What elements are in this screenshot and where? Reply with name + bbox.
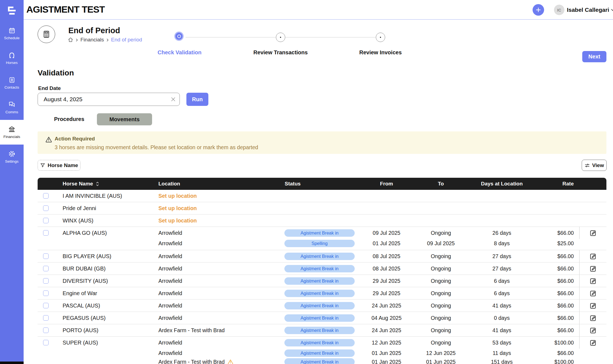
header-horse-name[interactable]: Horse Name [55,181,157,187]
location-cell: Arrowfield [157,266,284,272]
to-cell: Ongoing [418,253,464,259]
sidebar-item-contacts[interactable]: Contacts [0,70,24,95]
row-checkbox[interactable] [43,205,49,211]
bank-icon [8,126,15,133]
home-icon[interactable] [68,37,73,43]
sidebar-item-label: Financials [4,135,20,139]
tab-movements[interactable]: Movements [97,113,152,125]
status-cell: Agistment Break in [284,229,355,237]
edit-movement-button[interactable] [589,302,597,309]
location-text: Arrowfield [158,253,182,259]
table-row-line: SUPER (AUS)ArrowfieldAgistment Break in1… [38,337,606,349]
edit-movement-button[interactable] [589,327,597,334]
sort-icon[interactable] [96,182,99,186]
rate-cell: $66.00 [540,303,579,309]
sidebar-item-settings[interactable]: Settings [0,145,24,169]
chevron-right-icon [76,38,78,42]
edit-movement-button[interactable] [589,314,597,322]
horse-name-cell: BUR DUBAI (GB) [55,266,157,272]
horse-name-cell: Pride of Jenni [55,205,157,211]
row-checkbox[interactable] [43,278,49,284]
tab-procedures[interactable]: Procedures [54,116,84,122]
location-text: Arrowfield [158,278,182,284]
app-logo[interactable] [0,0,24,21]
to-cell: Ongoing [418,278,464,284]
table-row-line: I AM INVINCIBLE (AUS)Set up location [38,190,606,202]
set-up-location-link[interactable]: Set up location [158,205,197,211]
end-date-input[interactable]: August 4, 2025 [38,93,180,106]
row-checkbox[interactable] [43,218,49,223]
row-checkbox[interactable] [43,303,49,308]
to-cell: 01 Jun 2025 [418,359,464,364]
step-check-validation-dot[interactable] [174,32,184,41]
breadcrumb-current: End of period [111,37,142,43]
row-checkbox[interactable] [43,266,49,271]
location-text: Ardex Farm - Test with Brad [158,327,225,334]
days-cell: 27 days [464,253,540,259]
status-cell: Spelling [284,240,355,247]
days-cell: 6 days [464,278,540,284]
from-cell: 01 Jan 2025 [355,359,418,364]
status-cell: Agistment Break in [284,253,355,260]
sidebar-item-horses[interactable]: Horses [0,46,24,70]
location-cell: Arrowfield [157,278,284,284]
checkbox-cell [38,266,55,271]
row-checkbox[interactable] [43,193,49,199]
checkbox-cell [38,315,55,321]
view-button[interactable]: View [582,160,607,171]
row-checkbox[interactable] [43,315,49,321]
next-button[interactable]: Next [582,51,606,62]
horse-name-cell: BIG PLAYER (AUS) [55,253,157,259]
chevron-down-icon[interactable] [611,9,613,11]
rate-cell: $66.00 [540,230,579,236]
horse-name-filter-chip[interactable]: Horse Name [38,160,80,171]
edit-movement-button[interactable] [589,229,597,237]
location-text: Arrowfield [158,230,182,236]
edit-movement-button[interactable] [589,290,597,297]
checkbox-cell [38,278,55,284]
rate-cell: $66.00 [540,278,579,284]
sidebar-item-schedule[interactable]: Schedule [0,21,24,46]
bottom-edge [0,362,24,364]
stepper-line [285,37,376,38]
step-review-transactions-dot[interactable] [276,33,285,42]
from-cell: 09 Jul 2025 [355,230,418,236]
location-cell: Set up location [157,205,284,211]
horse-name-cell: SUPER (AUS) [55,340,157,346]
chevron-right-icon [107,38,109,42]
days-cell: 41 days [464,327,540,334]
clear-date-icon[interactable] [169,95,178,104]
funnel-icon [40,163,45,168]
sidebar-item-financials[interactable]: Financials [0,120,24,145]
edit-movement-button[interactable] [589,265,597,272]
checkbox-cell [38,290,55,296]
avatar[interactable]: IC [554,5,564,15]
sidebar-item-comms[interactable]: Comms [0,95,24,120]
stepper-line [186,37,276,38]
row-checkbox[interactable] [43,253,49,259]
row-checkbox[interactable] [43,290,49,296]
run-button[interactable]: Run [186,93,208,106]
row-checkbox[interactable] [43,230,49,236]
set-up-location-link[interactable]: Set up location [158,218,197,224]
edit-movement-button[interactable] [589,339,597,346]
edit-movement-button[interactable] [589,253,597,260]
edit-movement-button[interactable] [589,277,597,285]
table-row-line: DIVERSITY (AUS)ArrowfieldAgistment Break… [38,275,606,287]
from-cell: 01 Jun 2025 [355,350,418,356]
table-row-line: BUR DUBAI (GB)ArrowfieldAgistment Break … [38,263,606,275]
set-up-location-link[interactable]: Set up location [158,193,197,199]
breadcrumb-financials[interactable]: Financials [80,37,104,43]
from-cell: 01 Jul 2025 [355,240,418,247]
status-pill: Agistment Break in [284,314,355,322]
add-button[interactable] [533,4,544,16]
page-title: End of Period [68,26,120,35]
step-review-invoices-dot[interactable] [376,33,385,42]
row-checkbox[interactable] [43,328,49,333]
status-pill: Agistment Break in [284,358,355,364]
status-pill: Agistment Break in [284,277,355,285]
row-checkbox[interactable] [43,340,49,345]
user-name[interactable]: Isabel Callegari [567,7,609,13]
horse-name-cell: PEGASUS (AUS) [55,315,157,321]
status-cell: Agistment Break in [284,339,355,346]
